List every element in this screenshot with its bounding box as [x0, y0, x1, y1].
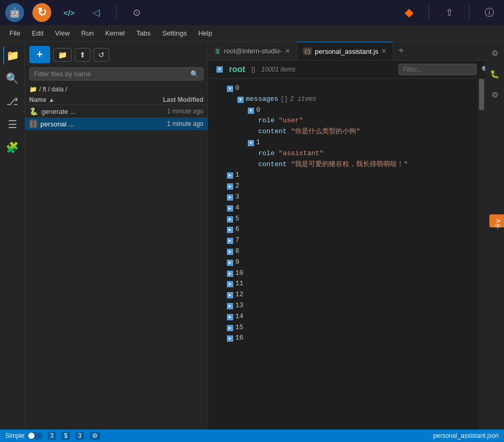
item4-index: 4: [235, 203, 239, 214]
item15-expand[interactable]: ▶: [227, 325, 233, 331]
item9-expand[interactable]: ▶: [227, 260, 233, 266]
msg0-collapse[interactable]: ▼: [248, 108, 254, 114]
add-tab-button[interactable]: +: [393, 45, 409, 56]
root-type: []: [251, 66, 255, 73]
root-collapse-arrow[interactable]: ▼: [216, 66, 223, 73]
git-branch-icon[interactable]: ◁: [87, 3, 106, 22]
json-item-10: ▶10: [216, 268, 469, 279]
menu-help[interactable]: Help: [193, 28, 217, 38]
code-icon[interactable]: </>: [60, 3, 78, 22]
info-icon[interactable]: ⓘ: [480, 3, 499, 22]
json-item-2: ▶2: [216, 181, 469, 192]
menu-settings[interactable]: Settings: [157, 28, 192, 38]
activity-bar: 📁 🔍 ⎇ ☰ 🧩: [0, 42, 25, 429]
git-activity-icon[interactable]: ⎇: [3, 92, 22, 111]
msg1-role-value: "assistant": [279, 148, 324, 159]
msg0-role-value: "user": [279, 115, 303, 126]
new-folder-button[interactable]: 📁: [53, 48, 72, 62]
list-activity-icon[interactable]: ☰: [3, 115, 22, 134]
column-name-header[interactable]: Name ▲: [29, 96, 141, 103]
item2-expand[interactable]: ▶: [227, 183, 233, 190]
right-sidebar: ⚙ 🐛 ⚙: [485, 42, 504, 429]
robot-icon[interactable]: 🤖: [5, 3, 24, 22]
item16-expand[interactable]: ▶: [227, 335, 233, 342]
file-row-generate[interactable]: 🐍 generate ... 1 minute ago: [25, 105, 208, 118]
toggle-switch[interactable]: [28, 432, 42, 439]
divider2: [429, 5, 429, 20]
json-filter-input[interactable]: [403, 66, 482, 73]
json-item-11: ▶11: [216, 278, 469, 289]
tab-close-json[interactable]: ×: [382, 46, 386, 56]
file-row-personal[interactable]: {:} personal ... 1 minute ago: [25, 118, 208, 130]
menu-kernel[interactable]: Kernel: [100, 28, 130, 38]
json-msg1: ▼ 1: [216, 137, 469, 148]
json-item-4: ▶4: [216, 203, 469, 214]
json-filter-box[interactable]: 🔍: [398, 64, 477, 75]
messages-key: messages: [246, 94, 278, 105]
search-box[interactable]: 🔍: [29, 67, 203, 80]
item10-expand[interactable]: ▶: [227, 271, 233, 277]
upload-button[interactable]: ⬆: [75, 48, 90, 62]
item0-collapse[interactable]: ▼: [227, 86, 233, 92]
breadcrumb: 📁 / ft / data /: [25, 84, 208, 95]
tab-close-terminal[interactable]: ×: [285, 46, 290, 56]
msg1-index: 1: [256, 137, 260, 148]
item7-expand[interactable]: ▶: [227, 238, 233, 244]
menu-file[interactable]: File: [4, 28, 26, 38]
right-bug-icon[interactable]: 🐛: [487, 67, 502, 82]
search-input[interactable]: [34, 70, 190, 78]
main-layout: 📁 🔍 ⎇ ☰ 🧩 + 📁 ⬆ ↺ 🔍 📁 / ft / data / Name…: [0, 42, 504, 429]
compass-icon[interactable]: ⊙: [127, 3, 146, 22]
json-msg0: ▼ 0: [216, 105, 469, 116]
tab-json[interactable]: {:} personal_assistant.js ×: [297, 42, 393, 60]
item2-index: 2: [235, 181, 239, 192]
item5-index: 5: [235, 214, 239, 225]
menu-edit[interactable]: Edit: [27, 28, 49, 38]
json-content[interactable]: ▼ 0 ▼ messages [] 2 items ▼ 0 role: [208, 79, 478, 429]
scrollbar-thumb[interactable]: [479, 79, 484, 110]
search-activity-icon[interactable]: 🔍: [3, 69, 22, 88]
item3-expand[interactable]: ▶: [227, 194, 233, 201]
files-activity-icon[interactable]: 📁: [3, 46, 22, 65]
tab-terminal[interactable]: $ root@intern-studio- ×: [208, 42, 297, 60]
json-viewer: ▼ 0 ▼ messages [] 2 items ▼ 0 role: [208, 79, 485, 429]
messages-collapse[interactable]: ▼: [237, 97, 244, 103]
item4-expand[interactable]: ▶: [227, 205, 233, 212]
msg1-collapse[interactable]: ▼: [248, 140, 254, 146]
item8-index: 8: [235, 246, 239, 257]
item5-expand[interactable]: ▶: [227, 216, 233, 223]
share-icon[interactable]: ⇧: [440, 3, 459, 22]
json-msg1-role: role "assistant": [216, 148, 469, 159]
item6-expand[interactable]: ▶: [227, 227, 233, 233]
terminal-tab-icon: $: [214, 48, 221, 55]
msg0-content-value: "你是什么类型的小狗": [291, 126, 360, 137]
item8-expand[interactable]: ▶: [227, 249, 233, 255]
item10-index: 10: [235, 268, 244, 279]
new-button[interactable]: +: [29, 46, 50, 63]
item11-index: 11: [235, 278, 244, 289]
tf-icon[interactable]: ◆: [399, 3, 418, 22]
right-gear-icon[interactable]: ⚙: [487, 46, 502, 61]
settings-status-icon[interactable]: ⚙: [89, 432, 100, 440]
menu-tabs[interactable]: Tabs: [131, 28, 156, 38]
menu-run[interactable]: Run: [76, 28, 99, 38]
item12-expand[interactable]: ▶: [227, 292, 233, 298]
item11-expand[interactable]: ▶: [227, 281, 233, 287]
divider: [116, 5, 117, 20]
loading-icon[interactable]: ↻: [32, 3, 51, 22]
item14-expand[interactable]: ▶: [227, 314, 233, 320]
json-scrollbar[interactable]: [478, 79, 485, 429]
menu-view[interactable]: View: [50, 28, 75, 38]
filename-status: personal_assistant.json: [433, 432, 499, 439]
puzzle-activity-icon[interactable]: 🧩: [3, 138, 22, 157]
json-item-5: ▶5: [216, 214, 469, 225]
item1-expand[interactable]: ▶: [227, 172, 233, 179]
item13-expand[interactable]: ▶: [227, 303, 233, 309]
json-item-14: ▶14: [216, 311, 469, 322]
refresh-button[interactable]: ↺: [94, 48, 109, 62]
file-browser: + 📁 ⬆ ↺ 🔍 📁 / ft / data / Name ▲ Last Mo…: [25, 42, 208, 429]
simple-label: Simple: [5, 432, 25, 439]
right-settings2-icon[interactable]: ⚙: [487, 88, 502, 102]
messages-count: 2 items: [290, 95, 316, 104]
translate-button[interactable]: 中A: [489, 214, 504, 227]
